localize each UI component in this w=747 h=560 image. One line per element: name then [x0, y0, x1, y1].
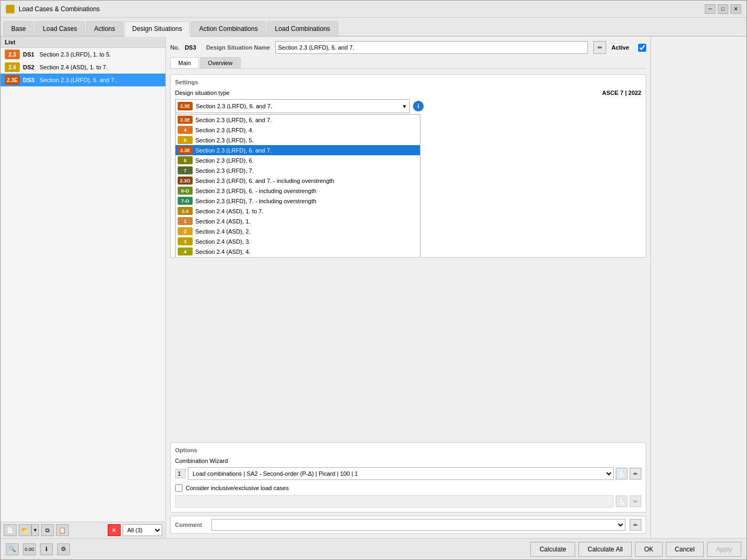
calculate-all-button[interactable]: Calculate All [578, 542, 632, 557]
dropdown-badge: 4 [178, 247, 193, 255]
minimize-button[interactable]: ─ [705, 4, 716, 14]
search-button[interactable]: 🔍 [6, 543, 19, 555]
left-toolbar: 📄 📂 ▼ ⧉ 📋 ✕ All (3)All (3) [1, 522, 165, 538]
left-panel: List 2.3 DS1 Section 2.3 (LRFD), 1. to 5… [1, 37, 166, 538]
bottom-bar: 🔍 0.00 ℹ ⚙ Calculate Calculate All OK Ca… [1, 538, 746, 559]
dropdown-badge: 7-O [178, 197, 193, 205]
combo-new-button[interactable]: 📄 [616, 468, 627, 479]
content-area: List 2.3 DS1 Section 2.3 (LRFD), 1. to 5… [1, 37, 746, 538]
delete-button[interactable]: ✕ [108, 524, 121, 536]
ds1-code: DS1 [23, 51, 36, 58]
active-checkbox[interactable] [638, 44, 646, 52]
dropdown-item[interactable]: 7-O Section 2.3 (LRFD), 7. - including o… [176, 196, 420, 206]
dropdown-item[interactable]: 5 Section 2.3 (LRFD), 5. [176, 135, 420, 145]
list-item[interactable]: 2.3 DS1 Section 2.3 (LRFD), 1. to 5. [1, 48, 165, 61]
copy-button[interactable]: ⧉ [41, 524, 54, 536]
dropdown-text: Section 2.4 (ASD), 2. [195, 228, 250, 235]
dropdown-item[interactable]: 2.4 Section 2.4 (ASD), 1. to 7. [176, 206, 420, 216]
dropdown-text: Section 2.3 (LRFD), 7. [195, 167, 253, 174]
dropdown-badge: 5 [178, 136, 193, 144]
settings-title: Settings [175, 79, 641, 85]
dropdown-item[interactable]: 4 Section 2.4 (ASD), 4. [176, 246, 420, 257]
ds-type-selector[interactable]: 2.3E Section 2.3 (LRFD), 6. and 7. ▼ [175, 99, 410, 113]
comment-section: Comment ✏ [170, 516, 646, 534]
info-button[interactable]: i [413, 101, 424, 111]
header-row: No. DS3 Design Situation Name ✏ Active [170, 41, 646, 54]
dropdown-item[interactable]: 7 Section 2.3 (LRFD), 7. [176, 165, 420, 175]
combo-select[interactable]: Load combinations | SA2 - Second-order (… [188, 467, 614, 480]
tab-load-combinations[interactable]: Load Combinations [267, 21, 338, 36]
dropdown-text: Section 2.3 (LRFD), 4. [195, 127, 253, 133]
badge-ds3: 2.3E [5, 75, 20, 85]
apply-button[interactable]: Apply [707, 542, 741, 557]
consider-checkbox[interactable] [175, 484, 182, 492]
new-button[interactable]: 📄 [4, 524, 17, 536]
incl-new-button[interactable]: 📄 [616, 495, 627, 507]
value-button[interactable]: 0.00 [23, 543, 36, 555]
list-item[interactable]: 2.4 DS2 Section 2.4 (ASD), 1. to 7. [1, 61, 165, 74]
comment-select[interactable] [211, 519, 625, 531]
name-edit-button[interactable]: ✏ [593, 41, 606, 54]
dropdown-badge: 6-O [178, 187, 193, 195]
window-controls: ─ □ ✕ [705, 4, 741, 14]
dropdown-text: Section 2.3 (LRFD), 6. [195, 157, 253, 164]
window-title: Load Cases & Combinations [19, 5, 100, 13]
calculate-button[interactable]: Calculate [530, 542, 575, 557]
dropdown-item[interactable]: 2.3O Section 2.3 (LRFD), 6. and 7. - inc… [176, 175, 420, 186]
tab-base[interactable]: Base [3, 21, 34, 36]
info-tool-button[interactable]: ℹ [40, 543, 53, 555]
ds-type-dropdown-container: 2.3E Section 2.3 (LRFD), 6. and 7. ▼ i 2… [175, 99, 641, 113]
dropdown-item-selected[interactable]: 2.3E Section 2.3 (LRFD), 6. and 7. [176, 145, 420, 155]
tab-action-combinations[interactable]: Action Combinations [191, 21, 266, 36]
app-icon [6, 5, 14, 13]
tab-inner-main[interactable]: Main [170, 57, 199, 68]
dropdown-item[interactable]: 2.3E Section 2.3 (LRFD), 6. and 7. [176, 115, 420, 125]
dropdown-badge: 2.3O [178, 177, 193, 185]
dropdown-item[interactable]: 4 Section 2.3 (LRFD), 4. [176, 125, 420, 135]
ds1-desc: Section 2.3 (LRFD), 1. to 5. [39, 51, 111, 58]
standard-value: ASCE 7 | 2022 [602, 90, 641, 96]
ds-name-label: Design Situation Name [206, 44, 270, 51]
maximize-button[interactable]: □ [718, 4, 728, 14]
tab-load-cases[interactable]: Load Cases [35, 21, 85, 36]
dropdown-badge: 2.3E [178, 116, 193, 124]
dropdown-item[interactable]: 6-O Section 2.3 (LRFD), 6. - including o… [176, 186, 420, 196]
ds-name-input[interactable] [275, 41, 588, 54]
dropdown-item[interactable]: 5 Section 2.4 (ASD), 5. [176, 257, 420, 258]
badge-ds2: 2.4 [5, 62, 20, 72]
incl-edit-button[interactable]: ✏ [630, 495, 641, 507]
tab-inner-overview[interactable]: Overview [200, 57, 241, 68]
consider-label: Consider inclusive/exclusive load cases [186, 485, 289, 491]
tab-actions[interactable]: Actions [86, 21, 123, 36]
badge-ds1: 2.3 [5, 50, 20, 59]
dropdown-text: Section 2.3 (LRFD), 6. and 7. - includin… [195, 178, 334, 184]
dropdown-list: 2.3E Section 2.3 (LRFD), 6. and 7. 4 Sec… [175, 114, 420, 258]
bottom-left-tools: 🔍 0.00 ℹ ⚙ [6, 543, 70, 555]
dropdown-item[interactable]: 3 Section 2.4 (ASD), 3. [176, 236, 420, 246]
close-button[interactable]: ✕ [730, 4, 741, 14]
comment-edit-button[interactable]: ✏ [630, 519, 641, 531]
filter-select[interactable]: All (3)All (3) [123, 524, 163, 536]
no-value: DS3 [185, 44, 201, 51]
dropdown-badge: 7 [178, 166, 193, 174]
list-item-selected[interactable]: 2.3E DS3 Section 2.3 (LRFD), 6. and 7. [1, 74, 165, 86]
tab-design-situations[interactable]: Design Situations [124, 21, 190, 37]
settings-tool-button[interactable]: ⚙ [57, 543, 70, 555]
title-bar: Load Cases & Combinations ─ □ ✕ [1, 1, 746, 18]
open-button[interactable]: 📂 [19, 524, 31, 536]
dropdown-item[interactable]: 2 Section 2.4 (ASD), 2. [176, 226, 420, 236]
cancel-button[interactable]: Cancel [666, 542, 704, 557]
ds2-desc: Section 2.4 (ASD), 1. to 7. [39, 64, 108, 70]
paste-button[interactable]: 📋 [56, 524, 69, 536]
ok-button[interactable]: OK [635, 542, 662, 557]
dropdown-item[interactable]: 6 Section 2.3 (LRFD), 6. [176, 155, 420, 165]
right-panel: No. DS3 Design Situation Name ✏ Active M… [166, 37, 650, 538]
dropdown-item[interactable]: 1 Section 2.4 (ASD), 1. [176, 216, 420, 226]
open-dropdown[interactable]: ▼ [31, 524, 39, 536]
combo-edit-button[interactable]: ✏ [630, 468, 641, 479]
dropdown-badge: 4 [178, 126, 193, 134]
selected-badge: 2.3E [178, 102, 193, 110]
combo-wizard-label: Combination Wizard [175, 458, 239, 464]
dropdown-text: Section 2.3 (LRFD), 6. and 7. [195, 147, 272, 154]
ds3-desc: Section 2.3 (LRFD), 6. and 7. [39, 77, 116, 83]
